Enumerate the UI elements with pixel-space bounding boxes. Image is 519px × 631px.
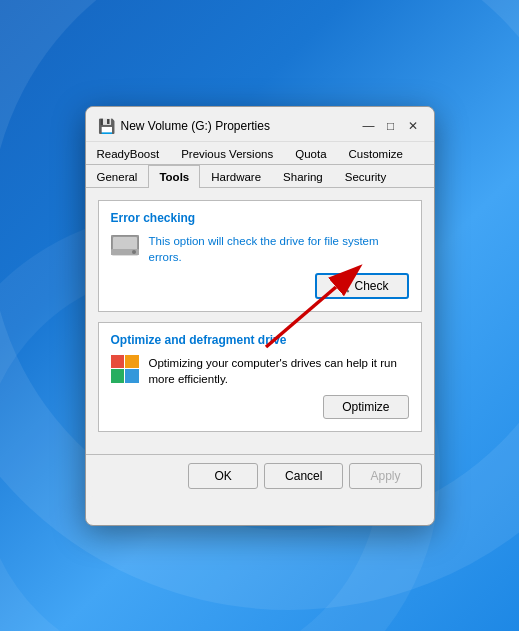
- tab-sharing[interactable]: Sharing: [272, 165, 334, 188]
- check-label: Check: [354, 279, 388, 293]
- maximize-button[interactable]: □: [382, 117, 400, 135]
- minimize-button[interactable]: —: [360, 117, 378, 135]
- tab-tools[interactable]: Tools: [148, 165, 200, 188]
- close-button[interactable]: ✕: [404, 117, 422, 135]
- dialog-footer: OK Cancel Apply: [86, 454, 434, 497]
- tab-previous-versions[interactable]: Previous Versions: [170, 142, 284, 165]
- icon-q1: [111, 355, 125, 369]
- optimize-btn-row: Optimize: [111, 395, 409, 419]
- optimize-title: Optimize and defragment drive: [111, 333, 409, 347]
- optimize-label: Optimize: [342, 400, 389, 414]
- title-left: 💾 New Volume (G:) Properties: [98, 118, 270, 134]
- properties-dialog: 💾 New Volume (G:) Properties — □ ✕ Ready…: [85, 106, 435, 526]
- tab-quota[interactable]: Quota: [284, 142, 337, 165]
- error-checking-title: Error checking: [111, 211, 409, 225]
- optimize-icon: [111, 355, 139, 383]
- optimize-button[interactable]: Optimize: [323, 395, 408, 419]
- drive-icon: [111, 235, 139, 261]
- svg-point-3: [132, 250, 136, 254]
- title-bar: 💾 New Volume (G:) Properties — □ ✕: [86, 107, 434, 142]
- cancel-button[interactable]: Cancel: [264, 463, 343, 489]
- dialog-title: New Volume (G:) Properties: [121, 119, 270, 133]
- error-checking-section: Error checking This option will check th…: [98, 200, 422, 312]
- icon-q4: [125, 369, 139, 383]
- check-button[interactable]: 🔍 Check: [315, 273, 408, 299]
- error-checking-desc: This option will check the drive for fil…: [149, 233, 409, 265]
- check-icon: 🔍: [335, 279, 350, 293]
- apply-button[interactable]: Apply: [349, 463, 421, 489]
- tabs-row-2: General Tools Hardware Sharing Security: [86, 165, 434, 188]
- optimize-desc: Optimizing your computer's drives can he…: [149, 355, 409, 387]
- dialog-icon: 💾: [98, 118, 115, 134]
- ok-button[interactable]: OK: [188, 463, 258, 489]
- tab-readyboost[interactable]: ReadyBoost: [86, 142, 171, 165]
- optimize-section: Optimize and defragment drive Optimizing…: [98, 322, 422, 432]
- icon-q3: [111, 369, 125, 383]
- error-checking-row: This option will check the drive for fil…: [111, 233, 409, 265]
- title-controls: — □ ✕: [360, 117, 422, 135]
- optimize-row: Optimizing your computer's drives can he…: [111, 355, 409, 387]
- content-area: Error checking This option will check th…: [86, 188, 434, 454]
- tab-security[interactable]: Security: [334, 165, 398, 188]
- check-btn-row: 🔍 Check: [111, 273, 409, 299]
- tabs-row-1: ReadyBoost Previous Versions Quota Custo…: [86, 142, 434, 165]
- icon-q2: [125, 355, 139, 369]
- tab-customize[interactable]: Customize: [338, 142, 414, 165]
- tab-hardware[interactable]: Hardware: [200, 165, 272, 188]
- tab-general[interactable]: General: [86, 165, 149, 188]
